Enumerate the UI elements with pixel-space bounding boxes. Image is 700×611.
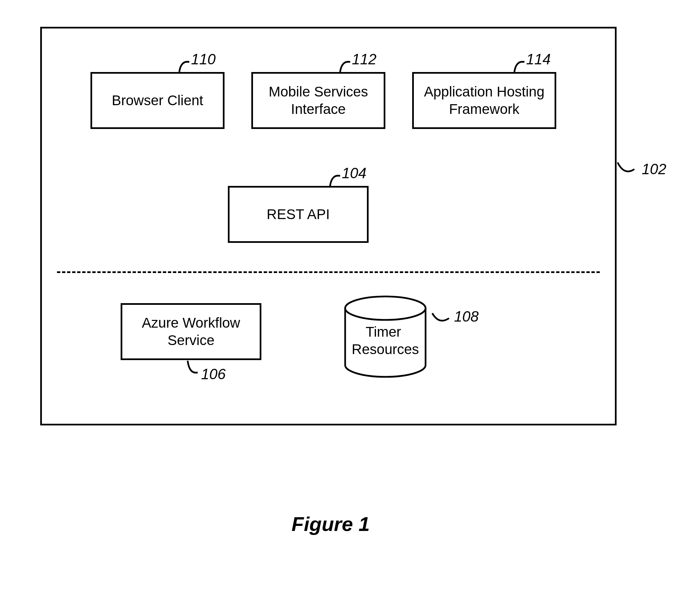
box-rest-api-label: REST API — [267, 206, 330, 223]
ref-110: 110 — [191, 51, 216, 68]
svg-point-0 — [345, 296, 426, 320]
figure-canvas: 102 Browser Client 110 Mobile ServicesIn… — [0, 0, 700, 611]
box-azure-workflow: Azure WorkflowService — [121, 303, 261, 360]
ref-108: 108 — [454, 308, 479, 325]
ref-102: 102 — [642, 161, 666, 178]
divider — [57, 271, 600, 273]
box-browser-client: Browser Client — [90, 72, 224, 129]
box-browser-client-label: Browser Client — [112, 92, 203, 109]
leader-108 — [431, 308, 457, 325]
cylinder-line2: Resources — [352, 341, 419, 357]
ref-114: 114 — [526, 51, 551, 68]
box-mobile-services-label: Mobile ServicesInterface — [269, 83, 368, 118]
figure-caption: Figure 1 — [292, 512, 369, 536]
box-app-hosting-label: Application HostingFramework — [424, 83, 544, 118]
box-azure-workflow-label: Azure WorkflowService — [142, 314, 240, 349]
leader-102 — [616, 158, 643, 178]
ref-104: 104 — [342, 165, 366, 181]
box-mobile-services: Mobile ServicesInterface — [251, 72, 385, 129]
ref-112: 112 — [352, 51, 376, 68]
ref-106: 106 — [201, 366, 225, 383]
cylinder-timer-resources: Timer Resources — [338, 292, 432, 385]
box-app-hosting: Application HostingFramework — [412, 72, 556, 129]
box-rest-api: REST API — [228, 186, 369, 243]
cylinder-line1: Timer — [366, 324, 401, 340]
